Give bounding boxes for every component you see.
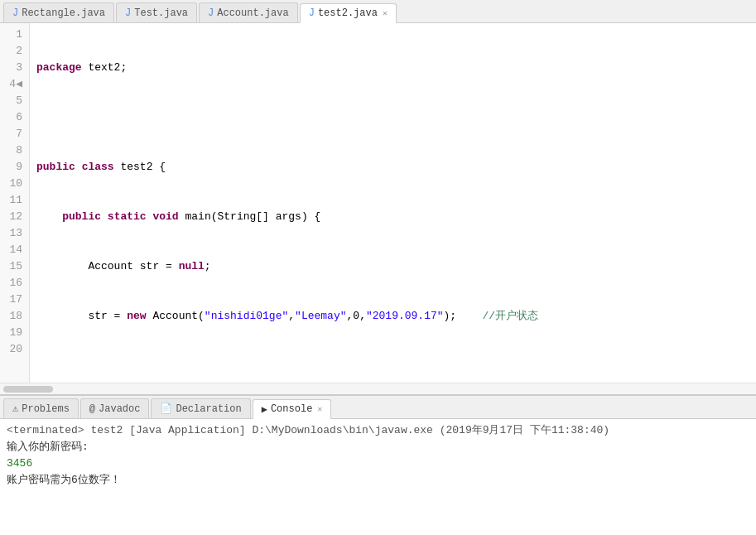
tab-rectangle-label: Rectangle.java — [22, 7, 105, 19]
tab-account[interactable]: J Account.java — [199, 2, 298, 22]
console-number-output: 3456 — [7, 455, 749, 472]
line-num-6: 6 — [3, 109, 22, 126]
line-num-13: 13 — [3, 225, 22, 242]
tab-javadoc-label: Javadoc — [99, 403, 140, 415]
tab-declaration-label: Declaration — [176, 403, 241, 415]
java-icon-rectangle: J — [12, 7, 18, 19]
editor-tab-bar: J Rectangle.java J Test.java J Account.j… — [0, 0, 756, 23]
console-output: <terminated> test2 [Java Application] D:… — [0, 419, 756, 535]
line-num-8: 8 — [3, 142, 22, 159]
console-terminated-line: <terminated> test2 [Java Application] D:… — [7, 422, 749, 439]
line-num-19: 19 — [3, 325, 22, 341]
line-num-7: 7 — [3, 126, 22, 142]
tab-test-label: Test.java — [134, 7, 188, 19]
console-message-output: 账户密码需为6位数字！ — [7, 472, 749, 489]
line-num-17: 17 — [3, 292, 22, 308]
console-icon: ▶ — [262, 403, 267, 416]
code-line-6: str = new Account("nishidi01ge","Leemay"… — [36, 308, 749, 325]
line-num-15: 15 — [3, 258, 22, 275]
tab-test[interactable]: J Test.java — [116, 2, 197, 22]
code-line-7 — [36, 358, 749, 374]
tab-problems[interactable]: ⚠ Problems — [3, 398, 79, 418]
line-num-14: 14 — [3, 242, 22, 258]
close-tab-test2-icon[interactable]: ✕ — [383, 8, 388, 18]
editor-scrollbar-thumb[interactable] — [3, 386, 53, 393]
code-line-5: Account str = null; — [36, 258, 749, 275]
tab-javadoc[interactable]: @ Javadoc — [80, 398, 150, 418]
tab-console-label: Console — [271, 403, 312, 415]
line-num-4: 4◀ — [3, 76, 22, 93]
tab-test2[interactable]: J test2.java ✕ — [300, 3, 397, 23]
java-icon-test2: J — [309, 7, 315, 19]
line-numbers: 1 2 3 4◀ 5 6 7 8 9 10 11 12 13 14 15 16 … — [0, 23, 30, 383]
tab-problems-label: Problems — [22, 403, 70, 415]
line-num-3: 3 — [3, 60, 22, 76]
tab-console[interactable]: ▶ Console ✕ — [253, 399, 332, 419]
tab-rectangle[interactable]: J Rectangle.java — [3, 2, 114, 22]
editor-horizontal-scrollbar[interactable] — [0, 383, 756, 394]
tab-test2-label: test2.java — [318, 7, 378, 19]
line-num-10: 10 — [3, 176, 22, 192]
close-console-icon[interactable]: ✕ — [317, 404, 322, 414]
code-line-2 — [36, 109, 749, 126]
line-num-5: 5 — [3, 93, 22, 109]
line-num-20: 20 — [3, 341, 22, 358]
code-lines[interactable]: package text2; public class test2 { publ… — [30, 23, 756, 383]
code-editor: 1 2 3 4◀ 5 6 7 8 9 10 11 12 13 14 15 16 … — [0, 23, 756, 394]
console-input-prompt: 输入你的新密码: — [7, 439, 749, 455]
line-num-12: 12 — [3, 209, 22, 225]
code-line-4: public static void main(String[] args) { — [36, 209, 749, 225]
tab-declaration[interactable]: 📄 Declaration — [151, 398, 250, 418]
tab-account-label: Account.java — [217, 7, 288, 19]
line-num-16: 16 — [3, 275, 22, 292]
line-num-1: 1 — [3, 27, 22, 43]
line-num-2: 2 — [3, 43, 22, 60]
code-line-1: package text2; — [36, 60, 749, 76]
bottom-tab-bar: ⚠ Problems @ Javadoc 📄 Declaration ▶ Con… — [0, 396, 756, 419]
java-icon-test: J — [125, 7, 131, 19]
java-icon-account: J — [208, 7, 214, 19]
line-num-9: 9 — [3, 159, 22, 176]
line-num-18: 18 — [3, 308, 22, 325]
line-num-11: 11 — [3, 192, 22, 209]
code-content: 1 2 3 4◀ 5 6 7 8 9 10 11 12 13 14 15 16 … — [0, 23, 756, 383]
declaration-icon: 📄 — [160, 402, 172, 415]
code-line-3: public class test2 { — [36, 159, 749, 176]
problems-icon: ⚠ — [12, 402, 18, 415]
javadoc-icon: @ — [89, 403, 95, 415]
bottom-panel: ⚠ Problems @ Javadoc 📄 Declaration ▶ Con… — [0, 394, 756, 535]
